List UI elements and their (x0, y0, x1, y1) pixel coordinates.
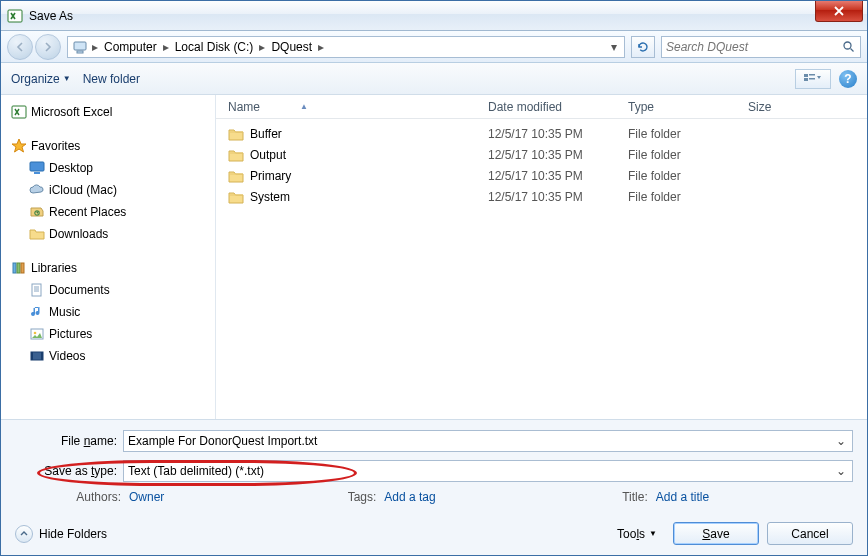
help-button[interactable]: ? (839, 70, 857, 88)
body: Microsoft Excel Favorites Desktop iCloud… (1, 95, 867, 419)
libraries-icon (11, 260, 27, 276)
search-box[interactable] (661, 36, 861, 58)
star-icon (11, 138, 27, 154)
toolbar: Organize▼ New folder ? (1, 63, 867, 95)
videos-icon (29, 348, 45, 364)
sidebar-item-recent[interactable]: Recent Places (7, 201, 215, 223)
sidebar-item-libraries[interactable]: Libraries (7, 257, 215, 279)
chevron-right-icon[interactable]: ▸ (257, 40, 267, 54)
view-options-button[interactable] (795, 69, 831, 89)
svg-point-3 (844, 42, 851, 49)
svg-rect-6 (809, 74, 815, 76)
chevron-right-icon[interactable]: ▸ (316, 40, 326, 54)
sidebar-item-pictures[interactable]: Pictures (7, 323, 215, 345)
svg-rect-14 (21, 263, 24, 273)
svg-rect-13 (17, 263, 20, 273)
table-row[interactable]: Buffer12/5/17 10:35 PMFile folder (228, 123, 867, 144)
sidebar-item-documents[interactable]: Documents (7, 279, 215, 301)
sidebar[interactable]: Microsoft Excel Favorites Desktop iCloud… (1, 95, 216, 419)
savetype-select[interactable]: ⌄ (123, 460, 853, 482)
svg-rect-15 (32, 284, 41, 296)
search-icon[interactable] (842, 40, 856, 53)
bottom-panel: File name: ⌄ Save as type: ⌄ Authors: Ow… (1, 419, 867, 514)
svg-rect-20 (41, 352, 43, 360)
titlebar: Save As (1, 1, 867, 31)
column-type[interactable]: Type (628, 100, 748, 114)
breadcrumb[interactable]: ▸ Computer ▸ Local Disk (C:) ▸ DQuest ▸ … (67, 36, 625, 58)
authors-label: Authors: (65, 490, 121, 504)
chevron-up-icon (15, 525, 33, 543)
save-button[interactable]: Save (673, 522, 759, 545)
desktop-icon (29, 160, 45, 176)
title-label: Title: (592, 490, 648, 504)
hide-folders-button[interactable]: Hide Folders (15, 525, 107, 543)
svg-rect-7 (809, 78, 815, 80)
svg-point-17 (34, 332, 37, 335)
filename-input[interactable] (128, 434, 834, 448)
breadcrumb-seg-2[interactable]: DQuest (267, 40, 316, 54)
sidebar-item-icloud[interactable]: iCloud (Mac) (7, 179, 215, 201)
svg-rect-12 (13, 263, 16, 273)
music-icon (29, 304, 45, 320)
cloud-icon (29, 182, 45, 198)
column-name[interactable]: Name▲ (228, 100, 488, 114)
file-rows: Buffer12/5/17 10:35 PMFile folderOutput1… (216, 119, 867, 419)
tools-button[interactable]: Tools▼ (617, 527, 665, 541)
folder-icon (228, 148, 244, 162)
table-row[interactable]: System12/5/17 10:35 PMFile folder (228, 186, 867, 207)
footer: Hide Folders Tools▼ Save Cancel (1, 514, 867, 555)
breadcrumb-dropdown[interactable]: ▾ (606, 40, 622, 54)
svg-rect-4 (804, 74, 808, 77)
sidebar-item-excel[interactable]: Microsoft Excel (7, 101, 215, 123)
breadcrumb-seg-1[interactable]: Local Disk (C:) (171, 40, 258, 54)
filename-input-wrap[interactable]: ⌄ (123, 430, 853, 452)
sidebar-item-favorites[interactable]: Favorites (7, 135, 215, 157)
nav-back-button[interactable] (7, 34, 33, 60)
sidebar-item-music[interactable]: Music (7, 301, 215, 323)
column-size[interactable]: Size (748, 100, 808, 114)
svg-rect-8 (12, 106, 26, 118)
chevron-right-icon[interactable]: ▸ (161, 40, 171, 54)
savetype-dropdown[interactable]: ⌄ (834, 464, 848, 478)
metadata-row: Authors: Owner Tags: Add a tag Title: Ad… (15, 490, 853, 504)
new-folder-button[interactable]: New folder (83, 72, 140, 86)
svg-rect-10 (34, 172, 40, 174)
folder-icon (228, 190, 244, 204)
nav-forward-button[interactable] (35, 34, 61, 60)
computer-icon (72, 39, 88, 55)
svg-rect-2 (77, 51, 83, 53)
tags-value[interactable]: Add a tag (384, 490, 435, 504)
folder-icon (228, 169, 244, 183)
sidebar-item-desktop[interactable]: Desktop (7, 157, 215, 179)
documents-icon (29, 282, 45, 298)
filename-label: File name: (15, 434, 123, 448)
authors-value[interactable]: Owner (129, 490, 164, 504)
savetype-value[interactable] (128, 464, 834, 478)
navbar: ▸ Computer ▸ Local Disk (C:) ▸ DQuest ▸ … (1, 31, 867, 63)
chevron-right-icon[interactable]: ▸ (90, 40, 100, 54)
svg-rect-5 (804, 78, 808, 81)
recent-icon (29, 204, 45, 220)
cancel-button[interactable]: Cancel (767, 522, 853, 545)
excel-icon (11, 104, 27, 120)
svg-rect-1 (74, 42, 86, 50)
column-date[interactable]: Date modified (488, 100, 628, 114)
organize-button[interactable]: Organize▼ (11, 72, 71, 86)
savetype-label: Save as type: (15, 464, 123, 478)
table-row[interactable]: Primary12/5/17 10:35 PMFile folder (228, 165, 867, 186)
search-input[interactable] (666, 40, 842, 54)
refresh-button[interactable] (631, 36, 655, 58)
table-row[interactable]: Output12/5/17 10:35 PMFile folder (228, 144, 867, 165)
filename-dropdown[interactable]: ⌄ (834, 434, 848, 448)
file-list: Name▲ Date modified Type Size Buffer12/5… (216, 95, 867, 419)
sidebar-item-videos[interactable]: Videos (7, 345, 215, 367)
title-value[interactable]: Add a title (656, 490, 709, 504)
folder-icon (228, 127, 244, 141)
breadcrumb-seg-0[interactable]: Computer (100, 40, 161, 54)
excel-icon (7, 8, 23, 24)
column-headers: Name▲ Date modified Type Size (216, 95, 867, 119)
folder-icon (29, 226, 45, 242)
sort-indicator-icon: ▲ (300, 102, 308, 111)
sidebar-item-downloads[interactable]: Downloads (7, 223, 215, 245)
close-button[interactable] (815, 1, 863, 22)
